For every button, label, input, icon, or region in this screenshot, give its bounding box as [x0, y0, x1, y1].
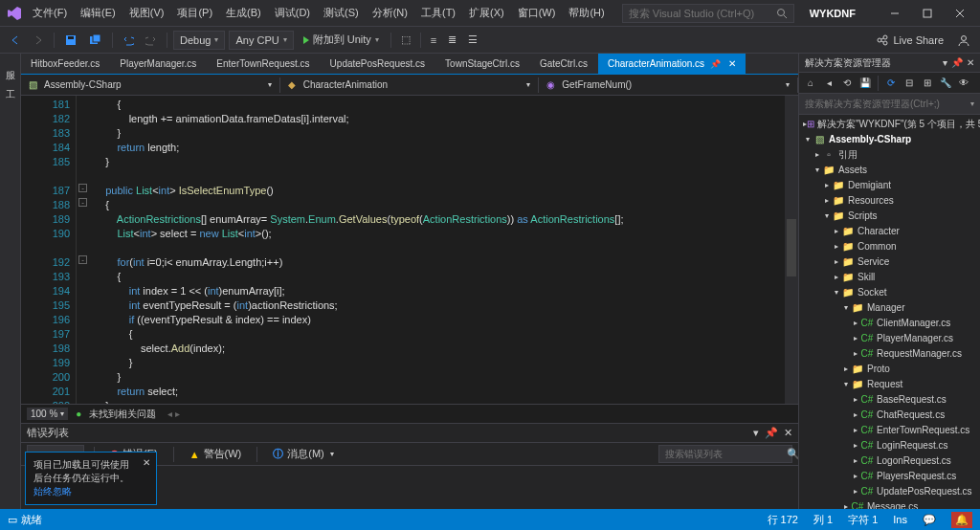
- doc-tab[interactable]: EnterTownRequest.cs: [207, 54, 320, 74]
- tree-item[interactable]: ▾📁Scripts: [799, 209, 980, 224]
- tree-item[interactable]: ▸C#BaseRequest.cs: [799, 392, 980, 408]
- notif-ignore-link[interactable]: 始终忽略: [33, 485, 129, 498]
- tree-item[interactable]: ▸⊞解决方案"WYKDNF"(第 5 个项目，共 5 个): [799, 117, 980, 132]
- tree-item[interactable]: ▸📁Common: [799, 239, 980, 254]
- tree-item[interactable]: ▸📁Proto: [799, 362, 980, 377]
- nav-scope[interactable]: ▧Assembly-CSharp▾: [21, 77, 280, 93]
- status-ins[interactable]: Ins: [893, 514, 907, 525]
- tree-item[interactable]: ▸📁Resources: [799, 193, 980, 209]
- back-icon[interactable]: ◂: [821, 76, 836, 91]
- code-content[interactable]: { length += animationData.frameDatas[i].…: [90, 96, 798, 404]
- notification-bell-icon[interactable]: 🔔: [951, 512, 972, 528]
- menu-item[interactable]: 测试(S): [318, 3, 365, 23]
- doc-tab[interactable]: TownStageCtrl.cs: [435, 54, 530, 74]
- sync-icon[interactable]: ⟲: [839, 76, 855, 91]
- fold-toggle[interactable]: -: [78, 198, 87, 207]
- tree-item[interactable]: ▸📁Service: [799, 254, 980, 270]
- tree-item[interactable]: ▸C#ChatRequest.cs: [799, 408, 980, 423]
- tree-item[interactable]: ▸C#LogonRequest.cs: [799, 453, 980, 469]
- menu-item[interactable]: 文件(F): [27, 3, 73, 23]
- panel-dropdown-icon[interactable]: ▾: [943, 57, 947, 68]
- menu-item[interactable]: 生成(B): [220, 3, 267, 23]
- menu-item[interactable]: 编辑(E): [75, 3, 122, 23]
- doc-tab[interactable]: HitboxFeeder.cs: [21, 54, 110, 74]
- refresh-icon[interactable]: ⟳: [883, 76, 899, 91]
- tree-item[interactable]: ▾📁Assets: [799, 163, 980, 178]
- tree-item[interactable]: ▸C#ClientManager.cs: [799, 316, 980, 331]
- save-button[interactable]: [60, 32, 81, 49]
- panel-pin-icon[interactable]: 📌: [765, 427, 778, 439]
- home-icon[interactable]: ⌂: [803, 76, 818, 91]
- properties-icon[interactable]: 🔧: [938, 76, 953, 91]
- platform-combo[interactable]: Any CPU▾: [229, 31, 293, 50]
- nav-member[interactable]: ◉GetFrameNum()▾: [539, 77, 798, 93]
- tb-icon-2[interactable]: ≡: [427, 33, 440, 48]
- show-all-icon[interactable]: ⊞: [920, 76, 935, 91]
- tree-item[interactable]: ▸📁Skill: [799, 270, 980, 285]
- preview-icon[interactable]: 👁: [956, 76, 971, 91]
- tree-item[interactable]: ▾📁Request: [799, 377, 980, 392]
- fold-toggle[interactable]: -: [78, 184, 87, 192]
- error-search-input[interactable]: [665, 449, 787, 459]
- panel-dropdown-icon[interactable]: ▾: [753, 427, 759, 439]
- solution-search-input[interactable]: [805, 99, 970, 109]
- nav-back-button[interactable]: [6, 33, 25, 48]
- redo-button[interactable]: [142, 33, 161, 48]
- account-button[interactable]: [953, 32, 974, 49]
- nav-fwd-button[interactable]: [29, 33, 48, 48]
- menu-item[interactable]: 分析(N): [367, 3, 413, 23]
- attach-unity-button[interactable]: 附加到 Unity▾: [298, 31, 385, 49]
- warnings-filter[interactable]: ▲警告(W): [184, 445, 248, 463]
- toolbox-tab[interactable]: 工: [2, 77, 19, 88]
- config-combo[interactable]: Debug▾: [173, 31, 225, 50]
- status-col[interactable]: 列 1: [813, 513, 833, 527]
- tree-item[interactable]: ▸C#LoginRequest.cs: [799, 438, 980, 453]
- menu-item[interactable]: 窗口(W): [512, 3, 562, 23]
- tb-icon-1[interactable]: ⬚: [397, 32, 414, 48]
- tree-item[interactable]: ▸📁Demigiant: [799, 178, 980, 193]
- minimize-button[interactable]: [880, 4, 909, 23]
- feedback-icon[interactable]: 💬: [923, 514, 936, 526]
- status-line[interactable]: 行 172: [768, 513, 798, 527]
- menu-item[interactable]: 调试(D): [269, 3, 316, 23]
- tb-icon-4[interactable]: ☰: [464, 32, 481, 48]
- save-icon[interactable]: 💾: [858, 76, 873, 91]
- menu-item[interactable]: 视图(V): [123, 3, 170, 23]
- live-share-button[interactable]: Live Share: [870, 32, 949, 49]
- tree-item[interactable]: ▾📁Socket: [799, 285, 980, 300]
- maximize-button[interactable]: [913, 4, 942, 23]
- fold-toggle[interactable]: -: [78, 255, 87, 264]
- editor-scrollbar[interactable]: [785, 96, 798, 404]
- doc-tab[interactable]: CharacterAnimation.cs📌✕: [598, 54, 746, 74]
- collapse-icon[interactable]: ⊟: [902, 76, 917, 91]
- tree-item[interactable]: ▸C#EnterTownRequest.cs: [799, 423, 980, 438]
- doc-tab[interactable]: PlayerManager.cs: [110, 54, 207, 74]
- messages-filter[interactable]: ⓘ消息(M)▾: [267, 445, 340, 463]
- menu-item[interactable]: 帮助(H): [563, 3, 610, 23]
- tree-item[interactable]: ▸C#RequestManager.cs: [799, 346, 980, 362]
- tree-item[interactable]: ▸📁Character: [799, 224, 980, 239]
- panel-close-icon[interactable]: ✕: [784, 427, 792, 439]
- error-search[interactable]: 🔍: [658, 445, 792, 463]
- notif-close-icon[interactable]: ✕: [143, 456, 150, 470]
- tree-item[interactable]: ▾▧Assembly-CSharp: [799, 132, 980, 147]
- menu-item[interactable]: 项目(P): [171, 3, 218, 23]
- code-editor[interactable]: 1811821831841851871881891901921931941951…: [21, 96, 798, 404]
- global-search[interactable]: [622, 4, 794, 23]
- solution-tree[interactable]: ▸⊞解决方案"WYKDNF"(第 5 个项目，共 5 个)▾▧Assembly-…: [799, 115, 980, 509]
- tree-item[interactable]: ▸▫引用: [799, 147, 980, 163]
- nav-class[interactable]: ◆CharacterAnimation▾: [280, 77, 540, 93]
- tb-icon-3[interactable]: ≣: [444, 32, 460, 48]
- tree-item[interactable]: ▸C#Message.cs: [799, 499, 980, 509]
- solution-search[interactable]: ▾: [799, 94, 980, 115]
- tree-item[interactable]: ▸C#PlayerManager.cs: [799, 331, 980, 346]
- tree-item[interactable]: ▸C#PlayersRequest.cs: [799, 469, 980, 484]
- server-explorer-tab[interactable]: 服: [2, 57, 19, 69]
- close-button[interactable]: [946, 4, 974, 23]
- doc-tab[interactable]: UpdatePosRequest.cs: [321, 54, 436, 74]
- undo-button[interactable]: [119, 33, 138, 48]
- menu-item[interactable]: 扩展(X): [463, 3, 510, 23]
- panel-close-icon[interactable]: ✕: [967, 57, 974, 68]
- error-list-body[interactable]: 项目已加载且可供使用 后台任务仍在运行中。 始终忽略 ✕: [21, 466, 798, 509]
- panel-pin-icon[interactable]: 📌: [951, 57, 963, 68]
